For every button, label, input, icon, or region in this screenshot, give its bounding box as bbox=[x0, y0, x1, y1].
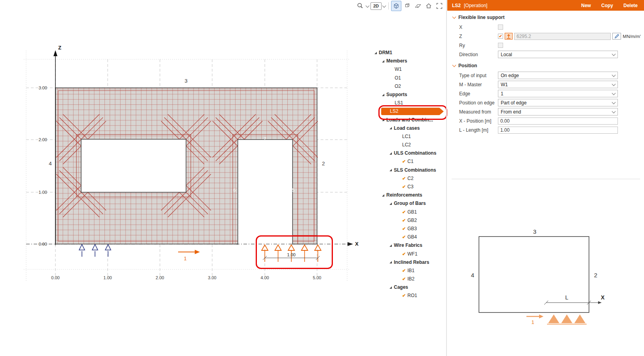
chevron-down-icon bbox=[612, 73, 616, 77]
expander-icon[interactable] bbox=[389, 127, 392, 129]
perspective-view-button[interactable] bbox=[403, 1, 412, 11]
edit-pen-icon[interactable] bbox=[612, 33, 621, 40]
measured-from-select[interactable]: From end bbox=[498, 108, 618, 116]
direction-select[interactable]: Local bbox=[498, 51, 618, 58]
field-row-x-position-m: X - Position [m]0.00 bbox=[447, 116, 644, 125]
clip-plane-button[interactable] bbox=[413, 1, 423, 11]
view-mode-button[interactable]: 2D bbox=[370, 2, 382, 10]
svg-text:3.00: 3.00 bbox=[39, 85, 47, 90]
section-title-position: Position bbox=[458, 63, 477, 68]
svg-text:3: 3 bbox=[184, 78, 188, 84]
expander-icon[interactable] bbox=[382, 194, 384, 197]
checkbox-checked-icon[interactable]: ✔ bbox=[402, 275, 406, 283]
svg-text:5: 5 bbox=[292, 187, 295, 193]
opening-o2[interactable] bbox=[238, 139, 293, 245]
line-support-ls1[interactable] bbox=[79, 244, 111, 257]
tree-item-c3[interactable]: ✔C3 bbox=[372, 183, 447, 191]
checkbox-checked-icon[interactable]: ✔ bbox=[402, 183, 406, 191]
expander-icon[interactable] bbox=[389, 244, 392, 247]
checkbox-checked-icon[interactable]: ✔ bbox=[402, 233, 406, 241]
expander-icon[interactable] bbox=[389, 286, 392, 289]
svg-text:0.00: 0.00 bbox=[51, 275, 59, 280]
tree-item-label: ULS Combinations bbox=[394, 149, 436, 157]
preview-x-axis-label: X bbox=[601, 294, 605, 301]
field-label-x: X bbox=[459, 25, 498, 30]
tree-item-inclined-rebars[interactable]: Inclined Rebars bbox=[372, 258, 447, 267]
zoom-button[interactable] bbox=[355, 1, 365, 11]
tree-item-ib1[interactable]: ✔IB1 bbox=[372, 267, 447, 275]
axonometry-view-button[interactable] bbox=[391, 1, 401, 11]
delete-button[interactable]: Delete bbox=[623, 3, 638, 8]
m-master-select[interactable]: W1 bbox=[498, 81, 618, 88]
tree-item-gb4[interactable]: ✔GB4 bbox=[372, 233, 447, 241]
expander-icon[interactable] bbox=[389, 203, 392, 205]
tree-item-ib2[interactable]: ✔IB2 bbox=[372, 275, 447, 283]
x-position-m-input[interactable]: 0.00 bbox=[498, 117, 618, 125]
checkbox-checked-icon[interactable]: ✔ bbox=[402, 225, 406, 233]
field-row-position-on-edge: Position on edgePart of edge bbox=[447, 98, 644, 107]
tree-item-load-cases[interactable]: Load cases bbox=[372, 124, 447, 133]
tree-item-wire-fabrics[interactable]: Wire Fabrics bbox=[372, 241, 447, 250]
new-button[interactable]: New bbox=[581, 3, 591, 8]
edge-select[interactable]: 1 bbox=[498, 90, 618, 97]
section-collapse-icon[interactable] bbox=[452, 63, 456, 67]
checkbox-checked-icon[interactable]: ✔ bbox=[402, 292, 406, 300]
x-checkbox[interactable] bbox=[498, 25, 503, 30]
expander-icon[interactable] bbox=[389, 169, 392, 171]
tree-item-o2[interactable]: O2 bbox=[372, 82, 447, 91]
tree-item-o1[interactable]: O1 bbox=[372, 74, 447, 82]
tree-item-wf1[interactable]: ✔WF1 bbox=[372, 250, 447, 258]
ry-checkbox[interactable] bbox=[498, 43, 503, 48]
expander-icon[interactable] bbox=[389, 152, 392, 155]
tree-item-members[interactable]: Members bbox=[372, 57, 447, 65]
tree-item-gb2[interactable]: ✔GB2 bbox=[372, 216, 447, 225]
h-axis-ticks: 0.00 1.00 2.00 3.00 4.00 5.00 bbox=[51, 275, 321, 280]
tree-item-group-of-bars[interactable]: Group of Bars bbox=[372, 199, 447, 208]
svg-text:2: 2 bbox=[322, 161, 325, 167]
copy-button[interactable]: Copy bbox=[601, 3, 613, 8]
tree-item-gb1[interactable]: ✔GB1 bbox=[372, 208, 447, 216]
tree-item-label: C1 bbox=[407, 157, 413, 166]
checkbox-checked-icon[interactable]: ✔ bbox=[402, 174, 406, 183]
z-checkbox[interactable]: ✔ bbox=[498, 34, 503, 39]
checkbox-checked-icon[interactable]: ✔ bbox=[402, 157, 406, 166]
tree-item-ro1[interactable]: ✔RO1 bbox=[372, 292, 447, 300]
spring-stiffness-icon[interactable] bbox=[505, 33, 513, 40]
tree-item-cages[interactable]: Cages bbox=[372, 283, 447, 292]
expander-icon[interactable] bbox=[382, 60, 384, 62]
tree-item-reinforcements[interactable]: Reinforcements bbox=[372, 191, 447, 199]
tree-item-label: C2 bbox=[407, 174, 413, 183]
expander-icon[interactable] bbox=[374, 52, 377, 54]
checkbox-checked-icon[interactable]: ✔ bbox=[402, 267, 406, 275]
tree-item-label: IB1 bbox=[407, 267, 414, 275]
expander-icon[interactable] bbox=[382, 94, 384, 96]
checkbox-checked-icon[interactable]: ✔ bbox=[402, 216, 406, 225]
tree-item-lc2[interactable]: LC2 bbox=[372, 141, 447, 149]
tree-item-uls-combinations[interactable]: ULS Combinations bbox=[372, 149, 447, 157]
svg-text:3: 3 bbox=[533, 228, 536, 235]
m-master-value: W1 bbox=[501, 82, 508, 87]
tree-item-w1[interactable]: W1 bbox=[372, 65, 447, 74]
type-of-input-select[interactable]: On edge bbox=[498, 72, 618, 79]
fit-view-button[interactable] bbox=[435, 1, 444, 11]
tree-item-lc1[interactable]: LC1 bbox=[372, 133, 447, 141]
field-label-edge: Edge bbox=[459, 91, 498, 97]
chevron-down-icon[interactable] bbox=[382, 4, 386, 8]
selected-object-type: [Operation] bbox=[464, 3, 487, 8]
z-stiffness-input[interactable]: 6295.2 bbox=[514, 33, 611, 40]
chevron-down-icon[interactable] bbox=[366, 4, 370, 8]
tree-item-c2[interactable]: ✔C2 bbox=[372, 174, 447, 183]
tree-item-supports[interactable]: Supports bbox=[372, 91, 447, 99]
l-length-m-input[interactable]: 1.00 bbox=[498, 127, 618, 134]
checkbox-checked-icon[interactable]: ✔ bbox=[402, 250, 406, 258]
expander-icon[interactable] bbox=[389, 261, 392, 263]
tree-item-c1[interactable]: ✔C1 bbox=[372, 157, 447, 166]
checkbox-checked-icon[interactable]: ✔ bbox=[402, 208, 406, 216]
home-view-button[interactable] bbox=[424, 1, 433, 11]
tree-item-sls-combinations[interactable]: SLS Combinations bbox=[372, 166, 447, 174]
opening-o1[interactable] bbox=[81, 139, 186, 192]
tree-item-drm1[interactable]: DRM1 bbox=[372, 49, 447, 57]
section-collapse-icon[interactable] bbox=[452, 15, 456, 19]
tree-item-gb3[interactable]: ✔GB3 bbox=[372, 225, 447, 233]
position-on-edge-select[interactable]: Part of edge bbox=[498, 99, 618, 106]
